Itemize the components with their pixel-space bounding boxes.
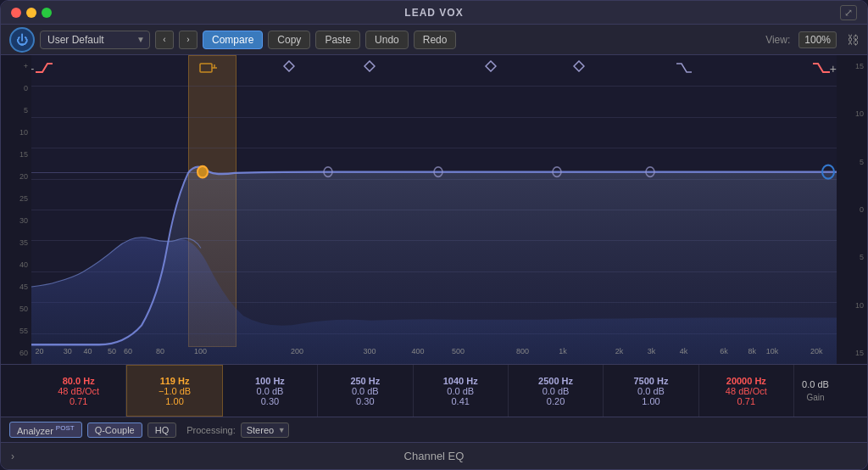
freq-label-300: 300 [363,347,376,355]
bottom-controls: Analyzer POST Q-Couple HQ Processing: St… [1,417,867,442]
band-info-row: 80.0 Hz 48 dB/Oct 0.71 119 Hz −1.0 dB 1.… [1,364,867,417]
freq-label-200: 200 [291,347,303,355]
copy-button[interactable]: Copy [268,31,310,49]
analyzer-label: Analyzer [17,425,53,435]
power-button[interactable]: ⏻ [9,27,35,53]
maximize-button[interactable] [42,8,52,18]
r-scale-0: 0 [860,205,864,214]
band2-gain: −1.0 dB [159,386,191,396]
scale-plus: + [4,62,28,70]
gain-value: 0.0 dB [802,379,829,389]
band3-q: 0.30 [261,396,279,406]
freq-label-3k: 3k [648,347,656,355]
freq-label-60: 60 [124,347,132,355]
scale-55: 55 [4,327,28,335]
band5-info[interactable]: 1040 Hz 0.0 dB 0.41 [414,365,509,417]
preset-selector-wrapper: User Default ▼ [40,31,150,49]
band2-freq: 119 Hz [160,376,190,386]
scale-50: 50 [4,305,28,313]
band2-info[interactable]: 119 Hz −1.0 dB 1.00 [126,365,222,417]
band1-gain: 48 dB/Oct [58,386,99,396]
compare-button[interactable]: Compare [203,31,263,49]
eq-right-scale: 15 10 5 0 5 10 15 [837,55,867,364]
minimize-button[interactable] [26,8,36,18]
scale-10: 10 [4,128,28,137]
band3-gain: 0.0 dB [257,386,284,396]
undo-button[interactable]: Undo [365,31,409,49]
eq-main: + 0 5 10 15 20 25 30 35 40 45 50 55 60 [1,55,867,364]
window-controls [11,8,52,18]
scale-5: 5 [4,106,28,115]
band8-info[interactable]: 20000 Hz 48 dB/Oct 0.71 [699,365,794,417]
band7-info[interactable]: 7500 Hz 0.0 dB 1.00 [604,365,698,417]
title-bar: LEAD VOX ⤢ [1,1,867,25]
band6-freq: 2500 Hz [538,376,573,386]
scale-60: 60 [4,349,28,357]
forward-button[interactable]: › [179,31,198,49]
view-value[interactable]: 100% [798,31,837,48]
scale-20: 20 [4,172,28,181]
svg-point-9 [198,166,208,178]
analyzer-button[interactable]: Analyzer POST [9,422,82,439]
band4-q: 0.30 [356,396,374,406]
paste-button[interactable]: Paste [315,31,360,49]
hq-button[interactable]: HQ [147,422,177,438]
q-couple-button[interactable]: Q-Couple [87,422,142,438]
band6-info[interactable]: 2500 Hz 0.0 dB 0.20 [509,365,604,417]
processing-select-wrapper: Stereo ▼ [241,422,289,438]
view-label: View: [765,34,790,46]
r-scale-10: 10 [855,109,864,118]
band4-gain: 0.0 dB [352,386,379,396]
scale-35: 35 [4,238,28,247]
band1-freq: 80.0 Hz [63,376,95,386]
scale-40: 40 [4,260,28,269]
scale-45: 45 [4,283,28,291]
footer: › Channel EQ [1,442,867,469]
freq-label-80: 80 [156,347,164,355]
eq-container: + 0 5 10 15 20 25 30 35 40 45 50 55 60 [1,55,867,442]
freq-label-10k: 10k [766,347,779,355]
freq-label-30: 30 [64,347,72,355]
preset-select[interactable]: User Default [40,31,150,49]
processing-select[interactable]: Stereo [241,422,289,438]
main-window: LEAD VOX ⤢ ⏻ User Default ▼ ‹ › Compare … [0,0,868,470]
band3-info[interactable]: 100 Hz 0.0 dB 0.30 [223,365,318,417]
band4-freq: 250 Hz [350,376,380,386]
eq-plot[interactable]: + + [31,55,837,364]
gain-section: 0.0 dB Gain [794,365,837,417]
scale-30: 30 [4,216,28,225]
back-button[interactable]: ‹ [155,31,174,49]
window-title: LEAD VOX [404,7,463,19]
power-icon: ⏻ [16,33,28,47]
footer-title: Channel EQ [404,450,465,462]
freq-label-20k: 20k [810,347,823,355]
band4-info[interactable]: 250 Hz 0.0 dB 0.30 [318,365,413,417]
processing-label: Processing: [186,425,235,435]
band3-freq: 100 Hz [255,376,285,386]
band5-gain: 0.0 dB [447,386,474,396]
freq-label-6k: 6k [720,347,728,355]
close-button[interactable] [11,8,21,18]
freq-label-500: 500 [452,347,465,355]
freq-label-8k: 8k [748,347,756,355]
freq-labels-row: 20 30 40 50 60 80 100 200 300 400 500 80… [31,347,837,361]
footer-expand-icon[interactable]: › [11,450,14,462]
freq-label-800: 800 [516,347,529,355]
freq-label-20: 20 [35,347,43,355]
expand-button[interactable]: ⤢ [840,5,857,20]
eq-curve-svg [31,55,837,364]
freq-label-4k: 4k [680,347,688,355]
analyzer-post-label: POST [56,424,75,432]
redo-button[interactable]: Redo [414,31,457,49]
gain-label: Gain [806,393,824,402]
eq-left-scale: + 0 5 10 15 20 25 30 35 40 45 50 55 60 [1,55,31,364]
scale-15: 15 [4,150,28,159]
r-scale-5: 5 [860,158,864,166]
r-scale-15: 15 [855,62,864,70]
band5-q: 0.41 [451,396,469,406]
link-icon[interactable]: ⛓ [847,33,859,47]
freq-label-2k: 2k [615,347,624,355]
band6-q: 0.20 [547,396,565,406]
r-scale-5b: 5 [860,253,864,261]
band1-info[interactable]: 80.0 Hz 48 dB/Oct 0.71 [31,365,126,417]
